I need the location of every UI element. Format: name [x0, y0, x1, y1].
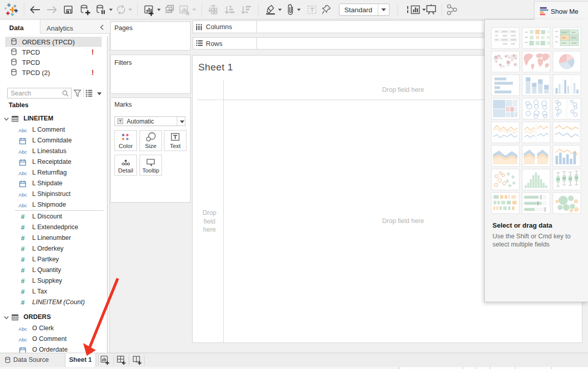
svg-text:Standard: Standard [344, 6, 372, 14]
